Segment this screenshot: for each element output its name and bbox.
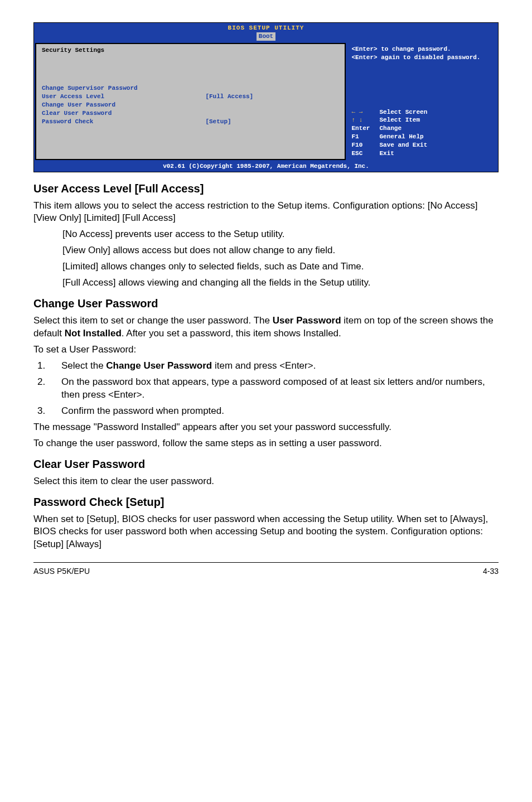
bios-tab-boot[interactable]: Boot xyxy=(257,32,275,41)
heading-password-check: Password Check [Setup] xyxy=(33,495,499,510)
key-esc: ESC xyxy=(351,149,379,158)
cup-toset: To set a User Password: xyxy=(33,344,499,356)
cup-steps: Select the Change User Password item and… xyxy=(33,360,499,418)
key-select-item: Select Item xyxy=(379,116,491,124)
change-user-password-item[interactable]: Change User Password xyxy=(42,101,339,109)
security-settings-heading: Security Settings xyxy=(42,46,339,55)
bios-left-panel: Security Settings Supervisor Password : … xyxy=(35,43,346,160)
key-enter-action: Change xyxy=(379,124,491,133)
cup-step-1: Select the Change User Password item and… xyxy=(48,360,499,373)
bios-setup-box: BIOS SETUP UTILITY Boot Security Setting… xyxy=(33,22,499,172)
footer-model: ASUS P5K/EPU xyxy=(33,566,90,577)
bios-copyright: v02.61 (C)Copyright 1985-2007, American … xyxy=(34,161,498,172)
heading-user-access-level: User Access Level [Full Access] xyxy=(33,181,499,196)
supervisor-password-value: : Installed xyxy=(205,61,339,70)
bios-help-text-1: <Enter> to change password. xyxy=(351,45,491,54)
key-select-screen: Select Screen xyxy=(379,108,491,117)
bios-title: BIOS SETUP UTILITY xyxy=(34,23,498,32)
ual-view-only: [View Only] allows access but does not a… xyxy=(62,244,499,257)
cup-change: To change the user password, follow the … xyxy=(33,437,499,450)
cup-step-1a: Select the xyxy=(61,360,106,371)
arrow-left-right-icon xyxy=(351,109,362,115)
bios-right-panel: <Enter> to change password. <Enter> agai… xyxy=(346,43,497,160)
heading-change-user-password: Change User Password xyxy=(33,296,499,311)
page-footer: ASUS P5K/EPU 4-33 xyxy=(33,562,499,577)
clear-user-password-item[interactable]: Clear User Password xyxy=(42,109,339,118)
user-password-value: : Installed xyxy=(205,69,339,78)
bios-help-text-2: <Enter> again to disabled password. xyxy=(351,54,491,62)
bios-key-legend: Select Screen Select Item EnterChange F1… xyxy=(351,108,491,158)
ual-no-access: [No Access] prevents user access to the … xyxy=(62,228,499,241)
key-enter: Enter xyxy=(351,124,379,133)
arrow-up-down-icon xyxy=(351,117,362,123)
cup-desc-e: . After you set a password, this item sh… xyxy=(122,328,341,339)
password-check-value[interactable]: [Setup] xyxy=(205,118,339,126)
key-f1: F1 xyxy=(351,133,379,141)
cup-desc: Select this item to set or change the us… xyxy=(33,315,499,340)
key-esc-action: Exit xyxy=(379,149,491,158)
key-f10-action: Save and Exit xyxy=(379,141,491,149)
key-f10: F10 xyxy=(351,141,379,149)
cup-step-2: On the password box that appears, type a… xyxy=(48,376,499,402)
user-access-level-value[interactable]: [Full Access] xyxy=(205,93,339,101)
bios-tab-row: Boot xyxy=(34,32,498,42)
cup-step-1c: item and press <Enter>. xyxy=(212,360,316,371)
cup-result: The message "Password Installed" appears… xyxy=(33,421,499,434)
ual-desc: This item allows you to select the acces… xyxy=(33,200,499,225)
user-access-level-item[interactable]: User Access Level xyxy=(42,93,205,101)
cup-step-1b: Change User Password xyxy=(106,360,212,371)
cup-desc-b: User Password xyxy=(273,315,341,326)
key-f1-action: General Help xyxy=(379,133,491,141)
ual-limited: [Limited] allows changes only to selecte… xyxy=(62,260,499,273)
pwcheck-desc: When set to [Setup], BIOS checks for use… xyxy=(33,513,499,552)
cup-step-3: Confirm the password when prompted. xyxy=(48,405,499,418)
supervisor-password-label: Supervisor Password xyxy=(42,61,205,70)
cup-desc-a: Select this item to set or change the us… xyxy=(33,315,273,326)
cup-desc-d: Not Installed xyxy=(65,328,122,339)
clear-desc: Select this item to clear the user passw… xyxy=(33,475,499,488)
heading-clear-user-password: Clear User Password xyxy=(33,457,499,472)
ual-full-access: [Full Access] allows viewing and changin… xyxy=(62,277,499,289)
user-password-label: User Password xyxy=(42,69,205,78)
change-supervisor-password-item[interactable]: Change Supervisor Password xyxy=(42,84,339,93)
password-check-item[interactable]: Password Check xyxy=(42,118,205,126)
footer-page: 4-33 xyxy=(483,566,499,577)
